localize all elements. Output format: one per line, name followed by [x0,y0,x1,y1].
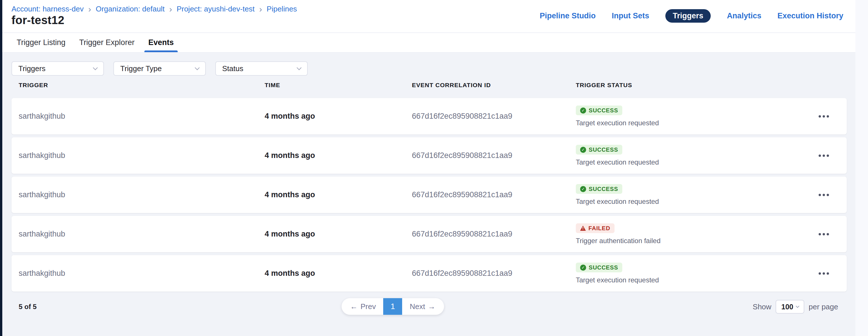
tab-trigger-explorer[interactable]: Trigger Explorer [78,33,136,52]
page-size-control: Show 100 per page [753,300,838,314]
breadcrumb-link-pipelines[interactable]: Pipelines [267,5,297,13]
per-page-label: per page [809,302,838,311]
tab-bar: Trigger ListingTrigger ExplorerEvents [2,32,856,53]
next-page-button[interactable]: Next → [402,298,444,315]
trigger-status-cell: ✓SUCCESSTarget execution requested [576,137,847,174]
breadcrumb-separator: › [88,5,91,13]
events-content: TriggersTrigger TypeStatus TRIGGERTIMEEV… [2,53,856,336]
trigger-status-cell: ✓SUCCESSTarget execution requested [576,255,847,292]
event-correlation-id-cell: 667d16f2ec895908821c1aa9 [412,269,576,278]
table-header: TRIGGERTIMEEVENT CORRELATION IDTRIGGER S… [11,82,847,89]
nav-pipeline-studio[interactable]: Pipeline Studio [539,11,596,20]
time-cell: 4 months ago [265,230,412,238]
nav-analytics[interactable]: Analytics [727,11,761,20]
row-options-button[interactable] [817,113,831,119]
page-title: for-test12 [11,14,64,27]
status-message: Target execution requested [576,119,659,127]
event-correlation-id-cell: 667d16f2ec895908821c1aa9 [412,112,576,121]
pagination: ← Prev 1 Next → [342,298,444,315]
status-label: SUCCESS [589,264,618,271]
breadcrumb-link-project[interactable]: Project: ayushi-dev-test [177,5,255,13]
time-cell: 4 months ago [265,151,412,160]
show-label: Show [753,302,771,311]
status-message: Trigger authentication failed [576,237,660,245]
column-header-event-correlation-id: EVENT CORRELATION ID [412,82,576,89]
warning-triangle-icon: ! [580,226,586,231]
table-row: sarthakgithub4 months ago667d16f2ec89590… [11,177,847,213]
trigger-cell: sarthakgithub [19,190,265,199]
row-options-button[interactable] [817,271,831,276]
breadcrumb-link-account[interactable]: Account: harness-dev [11,5,84,13]
prev-label: Prev [361,302,376,311]
current-page-button[interactable]: 1 [383,298,402,315]
triggers-events-page: Account: harness-dev›Organization: defau… [2,0,856,336]
status-message: Target execution requested [576,158,659,166]
trigger-status-cell: !FAILEDTrigger authentication failed [576,216,847,252]
event-correlation-id-cell: 667d16f2ec895908821c1aa9 [412,151,576,160]
chevron-down-icon [93,65,98,70]
arrow-right-icon: → [428,302,435,311]
table-row: sarthakgithub4 months ago667d16f2ec89590… [11,98,847,134]
time-cell: 4 months ago [265,269,412,278]
status-message: Target execution requested [576,198,659,206]
status-label: SUCCESS [589,146,618,153]
status-badge: ✓SUCCESS [576,263,622,272]
filter-bar: TriggersTrigger TypeStatus [11,61,308,76]
pipeline-nav: Pipeline StudioInput SetsTriggersAnalyti… [539,10,843,22]
events-table: sarthakgithub4 months ago667d16f2ec89590… [11,98,847,292]
check-circle-icon: ✓ [580,186,586,192]
column-header-trigger-status: TRIGGER STATUS [576,82,847,89]
breadcrumb-link-organization[interactable]: Organization: default [96,5,164,13]
nav-input-sets[interactable]: Input Sets [612,11,649,20]
chevron-down-icon [796,304,799,308]
trigger-cell: sarthakgithub [19,230,265,238]
status-label: SUCCESS [589,107,618,114]
check-circle-icon: ✓ [580,107,586,113]
breadcrumb-separator: › [259,5,262,13]
results-count: 5 of 5 [19,303,37,311]
row-options-button[interactable] [817,231,831,237]
tab-trigger-listing[interactable]: Trigger Listing [16,33,67,52]
filter-triggers[interactable]: Triggers [11,61,104,76]
status-label: FAILED [588,225,610,232]
chevron-down-icon [297,65,302,70]
page-header: Account: harness-dev›Organization: defau… [2,0,856,32]
filter-label: Trigger Type [120,64,162,73]
status-badge: ✓SUCCESS [576,184,622,194]
next-label: Next [410,302,425,311]
trigger-status-cell: ✓SUCCESSTarget execution requested [576,98,847,134]
tab-events[interactable]: Events [147,33,175,52]
prev-page-button[interactable]: ← Prev [342,298,383,315]
page-size-value: 100 [781,303,794,311]
trigger-status-cell: ✓SUCCESSTarget execution requested [576,177,847,213]
row-options-button[interactable] [817,192,831,198]
column-header-time: TIME [265,82,412,89]
status-badge: !FAILED [576,223,615,233]
trigger-cell: sarthakgithub [19,112,265,121]
time-cell: 4 months ago [265,112,412,121]
event-correlation-id-cell: 667d16f2ec895908821c1aa9 [412,190,576,199]
trigger-cell: sarthakgithub [19,269,265,278]
trigger-cell: sarthakgithub [19,151,265,160]
status-badge: ✓SUCCESS [576,145,622,155]
filter-label: Triggers [19,64,45,73]
breadcrumb-separator: › [169,5,172,13]
filter-trigger-type[interactable]: Trigger Type [113,61,206,76]
page-size-select[interactable]: 100 [776,300,804,314]
status-label: SUCCESS [589,186,618,192]
time-cell: 4 months ago [265,190,412,199]
breadcrumb: Account: harness-dev›Organization: defau… [11,5,297,13]
filter-status[interactable]: Status [215,61,308,76]
table-row: sarthakgithub4 months ago667d16f2ec89590… [11,137,847,174]
table-footer: 5 of 5 ← Prev 1 Next → Show 100 per pa [2,298,856,315]
arrow-left-icon: ← [350,302,358,311]
status-badge: ✓SUCCESS [576,105,622,115]
nav-execution-history[interactable]: Execution History [777,11,843,20]
chevron-down-icon [195,65,200,70]
nav-triggers[interactable]: Triggers [665,9,711,23]
check-circle-icon: ✓ [580,265,586,271]
left-nav-edge [0,0,2,336]
row-options-button[interactable] [817,153,831,159]
check-circle-icon: ✓ [580,147,586,153]
table-row: sarthakgithub4 months ago667d16f2ec89590… [11,255,847,292]
